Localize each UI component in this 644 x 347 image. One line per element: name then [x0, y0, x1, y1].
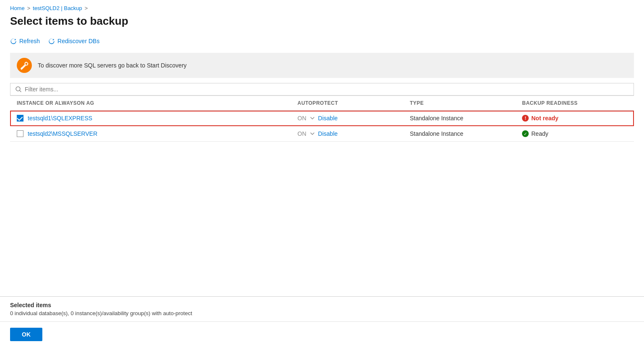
selected-items-detail: 0 individual database(s), 0 instance(s)/… [10, 310, 634, 316]
row2-instance-link[interactable]: testsqld2\MSSQLSERVER [28, 130, 97, 137]
rediscover-icon [48, 38, 55, 44]
row1-chevron-icon[interactable] [310, 116, 315, 121]
row1-instance-link[interactable]: testsqld1\SQLEXPRESS [28, 115, 92, 122]
row1-readiness-text: Not ready [531, 115, 558, 122]
row2-status: ✓ Ready [522, 130, 627, 137]
wrench-icon [20, 61, 29, 70]
filter-bar [10, 83, 634, 96]
bottom-bar: OK [0, 321, 644, 347]
info-banner-text: To discover more SQL servers go back to … [38, 62, 187, 69]
row2-checkbox-cell: testsqld2\MSSQLSERVER [17, 130, 284, 137]
row2-checkbox[interactable] [17, 130, 23, 137]
breadcrumb: Home > testSQLD2 | Backup > [10, 5, 634, 11]
info-banner: To discover more SQL servers go back to … [10, 53, 634, 78]
svg-point-0 [21, 67, 23, 69]
search-icon [16, 86, 21, 92]
selected-items-label: Selected items [10, 302, 634, 308]
row2-autoprotect-value: ON [298, 130, 306, 137]
col-header-readiness: BACKUP READINESS [515, 96, 634, 111]
svg-line-2 [20, 91, 21, 92]
breadcrumb-home[interactable]: Home [10, 5, 25, 11]
rediscover-label: Rediscover DBs [57, 38, 99, 44]
breadcrumb-sep1: > [27, 5, 31, 11]
row1-autoprotect-value: ON [298, 115, 306, 122]
refresh-button[interactable]: Refresh [10, 36, 40, 46]
row2-ok-icon: ✓ [522, 130, 529, 137]
col-header-instance: INSTANCE or AlwaysOn AG [10, 96, 291, 111]
row2-readiness-text: Ready [531, 130, 548, 137]
toolbar: Refresh Rediscover DBs [10, 36, 634, 46]
row2-type-cell: Standalone Instance [403, 126, 515, 142]
refresh-icon [10, 38, 17, 44]
row2-chevron-icon[interactable] [310, 131, 315, 136]
instance-cell: testsqld1\SQLEXPRESS [10, 111, 291, 126]
rediscover-button[interactable]: Rediscover DBs [48, 36, 99, 46]
row2-instance-cell: testsqld2\MSSQLSERVER [10, 126, 291, 142]
row2-readiness-cell: ✓ Ready [515, 126, 634, 142]
breadcrumb-sep2: > [85, 5, 88, 11]
main-content: Home > testSQLD2 | Backup > Select items… [0, 0, 644, 296]
row1-checkbox[interactable] [17, 115, 23, 122]
row1-readiness-cell: ! Not ready [515, 111, 634, 126]
refresh-label: Refresh [19, 38, 40, 44]
table-row: testsqld2\MSSQLSERVER ON Disable [10, 126, 634, 142]
row2-autoprotect-cell: ON Disable [291, 126, 403, 142]
row1-type-cell: Standalone Instance [403, 111, 515, 126]
row1-error-icon: ! [522, 115, 529, 122]
row1-autoprotect-cell: ON Disable [291, 111, 403, 126]
col-header-type: TYPE [403, 96, 515, 111]
table-header-row: INSTANCE or AlwaysOn AG AUTOPROTECT TYPE… [10, 96, 634, 111]
page-title: Select items to backup [10, 15, 634, 28]
checkbox-cell: testsqld1\SQLEXPRESS [17, 115, 284, 122]
table-container: INSTANCE or AlwaysOn AG AUTOPROTECT TYPE… [10, 96, 634, 296]
breadcrumb-resource[interactable]: testSQLD2 | Backup [33, 5, 82, 11]
row2-disable-link[interactable]: Disable [318, 130, 338, 137]
info-icon-circle [17, 58, 32, 73]
footer-selected-items: Selected items 0 individual database(s),… [0, 296, 644, 321]
ok-button[interactable]: OK [10, 328, 42, 341]
filter-input[interactable] [25, 86, 628, 93]
row1-disable-link[interactable]: Disable [318, 115, 338, 122]
row1-status: ! Not ready [522, 115, 627, 122]
page-container: Home > testSQLD2 | Backup > Select items… [0, 0, 644, 347]
items-table: INSTANCE or AlwaysOn AG AUTOPROTECT TYPE… [10, 96, 634, 142]
table-row: testsqld1\SQLEXPRESS ON Disable [10, 111, 634, 126]
col-header-autoprotect: AUTOPROTECT [291, 96, 403, 111]
